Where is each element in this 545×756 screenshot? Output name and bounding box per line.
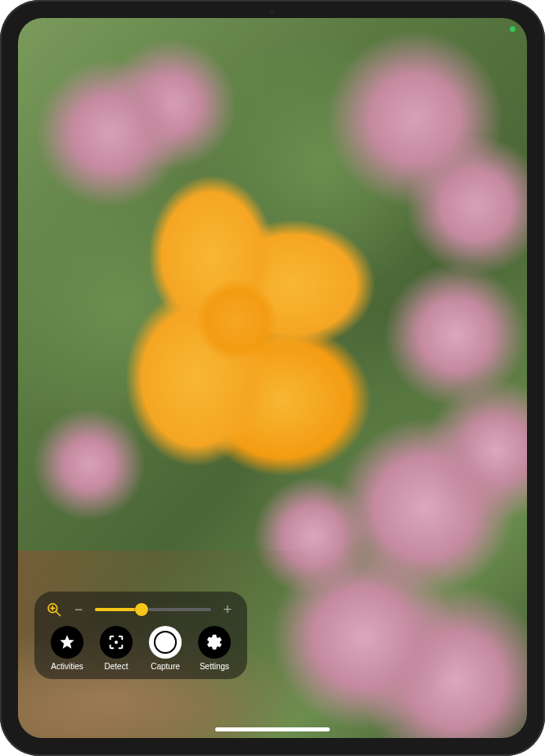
magnifier-control-panel: − + Activities — [34, 592, 247, 679]
detect-label: Detect — [105, 662, 128, 671]
capture-label: Capture — [151, 662, 180, 671]
svg-point-4 — [115, 641, 118, 644]
zoom-row: − + — [46, 601, 236, 618]
home-indicator[interactable] — [215, 727, 330, 731]
ipad-frame: − + Activities — [0, 0, 545, 756]
zoom-in-icon[interactable]: + — [219, 601, 236, 618]
magnifier-plus-icon — [46, 601, 62, 618]
gear-icon — [205, 633, 223, 651]
camera-in-use-indicator — [510, 26, 516, 32]
zoom-out-icon[interactable]: − — [70, 601, 87, 618]
zoom-slider-thumb[interactable] — [135, 603, 148, 616]
activities-button[interactable]: Activities — [46, 626, 88, 671]
svg-line-1 — [56, 612, 61, 616]
front-camera-dot — [270, 9, 275, 14]
screen: − + Activities — [18, 18, 527, 738]
settings-button[interactable]: Settings — [193, 626, 236, 671]
settings-label: Settings — [200, 662, 229, 671]
detect-button[interactable]: Detect — [95, 626, 137, 671]
control-button-row: Activities Detect — [46, 626, 236, 671]
status-bar — [18, 18, 527, 38]
star-filled-icon — [58, 633, 76, 651]
zoom-slider[interactable] — [95, 601, 211, 618]
shutter-icon — [149, 626, 182, 659]
viewfinder-icon — [107, 633, 125, 651]
activities-label: Activities — [51, 662, 83, 671]
capture-button[interactable]: Capture — [144, 626, 187, 671]
